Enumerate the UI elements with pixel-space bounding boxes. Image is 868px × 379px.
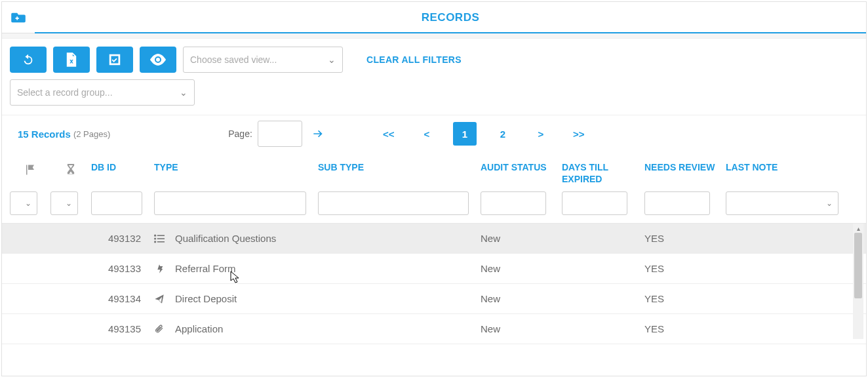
chevron-down-icon: ⌄: [180, 87, 187, 98]
arrow-right-icon: [311, 127, 325, 140]
page-go-button[interactable]: [311, 127, 325, 140]
column-dbid[interactable]: DB ID: [91, 161, 154, 173]
refresh-button[interactable]: [10, 47, 47, 73]
chevron-down-icon: ⌄: [328, 54, 336, 65]
chevron-down-icon: ⌄: [25, 199, 31, 208]
spacer: [2, 33, 866, 39]
folder-plus-icon: [11, 12, 26, 24]
cell-dbid: 493135: [91, 323, 154, 334]
column-timer[interactable]: [50, 161, 91, 176]
column-days-till-expired[interactable]: DAYS TILL EXPIRED: [562, 161, 644, 185]
cell-needs-review: YES: [644, 323, 726, 334]
table-row[interactable]: 493135 Application New YES: [2, 314, 866, 344]
table-row[interactable]: 493134 Direct Deposit New YES: [2, 284, 866, 314]
filter-type[interactable]: [154, 191, 306, 215]
saved-view-placeholder: Choose saved view...: [190, 54, 277, 65]
filter-timer[interactable]: ⌄: [50, 191, 78, 215]
cell-needs-review: YES: [644, 263, 726, 274]
cell-dbid: 493134: [91, 293, 154, 304]
eye-icon: [150, 54, 166, 66]
table-row[interactable]: 493132 Qualification Questions New YES: [2, 224, 866, 254]
svg-point-4: [154, 241, 156, 243]
records-pages: (2 Pages): [73, 129, 110, 139]
records-table: DB ID TYPE SUB TYPE AUDIT STATUS DAYS TI…: [2, 152, 866, 344]
filter-days[interactable]: [562, 191, 627, 215]
tab-records-label: RECORDS: [422, 11, 480, 24]
saved-view-select[interactable]: Choose saved view... ⌄: [183, 47, 343, 73]
pager-last[interactable]: >>: [567, 122, 591, 146]
tab-records[interactable]: RECORDS: [35, 3, 866, 33]
results-bar: 15 Records (2 Pages) Page: << < 1 2 > >>: [2, 115, 866, 152]
flag-icon: [24, 164, 36, 176]
filter-dbid[interactable]: [91, 191, 142, 215]
pager-page-1[interactable]: 1: [453, 122, 477, 146]
cell-audit: New: [481, 233, 562, 244]
table-header: DB ID TYPE SUB TYPE AUDIT STATUS DAYS TI…: [2, 152, 866, 185]
column-needs-review[interactable]: NEEDS REVIEW: [644, 161, 726, 173]
page-input[interactable]: [258, 121, 302, 147]
page-label: Page:: [228, 129, 252, 139]
file-export-icon: [66, 52, 77, 67]
cell-type: Application: [175, 323, 223, 334]
record-group-placeholder: Select a record group...: [17, 87, 113, 98]
column-type[interactable]: TYPE: [154, 161, 318, 173]
cell-needs-review: YES: [644, 233, 726, 244]
cell-dbid: 493132: [91, 233, 154, 244]
clear-filters-button[interactable]: CLEAR ALL FILTERS: [366, 54, 462, 65]
cell-audit: New: [481, 293, 562, 304]
table-row[interactable]: 493133 Referral Form New YES: [2, 254, 866, 284]
filter-needs-review-input[interactable]: [649, 199, 705, 209]
referral-icon: [154, 264, 166, 274]
column-subtype[interactable]: SUB TYPE: [318, 161, 481, 173]
view-visibility-button[interactable]: [140, 47, 176, 73]
chevron-down-icon: ⌄: [826, 199, 833, 208]
record-group-select[interactable]: Select a record group... ⌄: [10, 79, 195, 106]
table-scrollbar[interactable]: ▴: [853, 224, 863, 339]
cell-type: Referral Form: [175, 263, 236, 274]
scroll-up-icon: ▴: [853, 224, 863, 233]
toolbar: Choose saved view... ⌄ CLEAR ALL FILTERS: [2, 39, 866, 77]
cell-type: Direct Deposit: [175, 293, 237, 304]
filter-audit-input[interactable]: [485, 199, 542, 209]
export-excel-button[interactable]: [53, 47, 90, 73]
filter-days-input[interactable]: [566, 199, 623, 209]
column-last-note[interactable]: LAST NOTE: [726, 161, 838, 173]
clear-filters-label: CLEAR ALL FILTERS: [366, 54, 462, 65]
pager-prev[interactable]: <: [415, 122, 439, 146]
bulk-check-button[interactable]: [96, 47, 133, 73]
paperclip-icon: [154, 324, 166, 334]
filter-type-input[interactable]: [159, 199, 302, 209]
filter-flag[interactable]: ⌄: [10, 191, 37, 215]
pager-next[interactable]: >: [529, 122, 553, 146]
column-flag[interactable]: [10, 161, 50, 176]
tab-bar: RECORDS: [2, 2, 866, 33]
filter-subtype[interactable]: [318, 191, 469, 215]
filter-subtype-input[interactable]: [323, 199, 464, 209]
filter-needs-review[interactable]: [644, 191, 710, 215]
svg-rect-3: [157, 238, 165, 239]
filter-dbid-input[interactable]: [96, 199, 138, 209]
cell-audit: New: [481, 323, 562, 334]
cell-dbid: 493133: [91, 263, 154, 274]
filter-last-note[interactable]: ⌄: [726, 191, 838, 215]
cell-type: Qualification Questions: [175, 233, 276, 244]
hourglass-icon: [66, 164, 76, 176]
records-count: 15 Records: [18, 129, 71, 140]
table-body: 493132 Qualification Questions New YES 4…: [2, 224, 866, 344]
pager-first[interactable]: <<: [377, 122, 401, 146]
cell-audit: New: [481, 263, 562, 274]
paper-plane-icon: [154, 294, 166, 304]
pager-page-2[interactable]: 2: [491, 122, 515, 146]
checkbox-icon: [108, 52, 122, 67]
svg-rect-1: [157, 235, 165, 236]
column-audit-status[interactable]: AUDIT STATUS: [481, 161, 562, 173]
scrollbar-thumb[interactable]: [854, 233, 862, 298]
refresh-icon: [21, 52, 35, 67]
record-group-row: Select a record group... ⌄: [2, 77, 866, 115]
svg-point-0: [154, 234, 156, 236]
pager: << < 1 2 > >>: [377, 122, 591, 146]
filter-audit[interactable]: [481, 191, 546, 215]
add-tab-button[interactable]: [2, 2, 35, 33]
list-icon: [154, 234, 166, 243]
filter-row: ⌄ ⌄ ⌄: [2, 185, 866, 224]
